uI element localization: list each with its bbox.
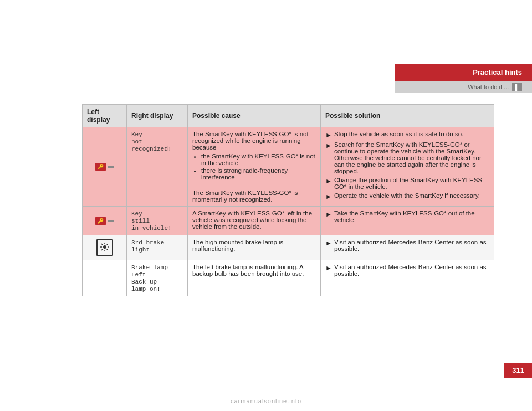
arrow-icon: ► <box>325 131 332 139</box>
solution-text: Visit an authorized Mercedes-Benz Center… <box>334 239 489 252</box>
cause-bullet-item: the SmartKey with KEYLESS-GO* is not in … <box>201 153 316 166</box>
solution-item: ► Visit an authorized Mercedes-Benz Cent… <box>325 264 489 277</box>
svg-line-5 <box>101 244 103 245</box>
cause-text: The SmartKey with KEYLESS-GO* is not rec… <box>192 131 309 151</box>
icon-cell: 🔑 <box>83 207 127 235</box>
table-row: 🔑 Keynot recognized!The SmartKey with KE… <box>83 127 494 207</box>
cause-cell: The left brake lamp is malfunctioning. A… <box>188 260 321 296</box>
svg-line-8 <box>101 249 103 251</box>
icon-cell <box>83 260 127 296</box>
solution-text: Search for the SmartKey with KEYLESS-GO*… <box>334 141 489 174</box>
main-table-wrapper: Left display Right display Possible caus… <box>82 104 494 296</box>
arrow-icon: ► <box>325 193 332 201</box>
header-left-display: Left display <box>83 105 127 127</box>
display-text: Left <box>131 271 146 278</box>
arrow-icon: ► <box>325 264 332 272</box>
right-display-cell: Brake lampLeftBack-uplamp on! <box>127 260 188 296</box>
solution-item: ► Operate the vehicle with the SmartKey … <box>325 192 489 201</box>
icon-cell: 🔑 <box>83 127 127 207</box>
solution-text: Visit an authorized Mercedes-Benz Center… <box>334 264 489 277</box>
solution-text: Take the SmartKey with KEYLESS-GO* out o… <box>334 210 489 223</box>
display-text: Key <box>131 131 142 138</box>
display-text: lamp on! <box>131 286 161 292</box>
table-row: Brake lampLeftBack-uplamp on!The left br… <box>83 260 494 296</box>
solution-cell: ► Visit an authorized Mercedes-Benz Cent… <box>321 260 494 296</box>
solution-item: ► Take the SmartKey with KEYLESS-GO* out… <box>325 210 489 223</box>
solution-item: ► Search for the SmartKey with KEYLESS-G… <box>325 141 489 174</box>
cause-bullets: the SmartKey with KEYLESS-GO* is not in … <box>192 153 316 181</box>
cause-bullet-item: there is strong radio-frequency interfer… <box>201 167 316 181</box>
cause-cell: The high mounted brake lamp is malfuncti… <box>188 235 321 260</box>
cause-text: The SmartKey with KEYLESS-GO* is momenta… <box>192 189 298 203</box>
page-number: 311 <box>504 363 532 378</box>
svg-line-6 <box>106 249 108 251</box>
arrow-icon: ► <box>325 177 332 185</box>
key-icon: 🔑 <box>95 217 114 225</box>
display-text: Key <box>131 210 142 217</box>
solution-text: Change the position of the SmartKey with… <box>334 177 489 190</box>
table-row: 3rd brake lightThe high mounted brake la… <box>83 235 494 260</box>
display-text: still <box>131 218 150 224</box>
header-right-display: Right display <box>127 105 188 127</box>
cause-text: The left brake lamp is malfunctioning. A… <box>192 264 304 277</box>
right-display-cell: Keynot recognized! <box>127 127 188 207</box>
arrow-icon: ► <box>325 142 332 150</box>
key-icon: 🔑 <box>95 163 114 171</box>
cause-cell: The SmartKey with KEYLESS-GO* is not rec… <box>188 127 321 207</box>
display-text: in vehicle! <box>131 225 172 232</box>
watermark: carmanualsonline.info <box>0 398 532 404</box>
display-text: Back-up <box>131 279 157 285</box>
svg-line-7 <box>106 244 108 245</box>
section-tab: Practical hints What to do if ... ▌ <box>395 64 532 93</box>
display-text: Brake lamp <box>131 264 168 271</box>
icon-cell <box>83 235 127 260</box>
arrow-icon: ► <box>325 210 332 218</box>
solution-cell: ► Take the SmartKey with KEYLESS-GO* out… <box>321 207 494 235</box>
solution-cell: ► Stop the vehicle as soon as it is safe… <box>321 127 494 207</box>
header-solution: Possible solution <box>321 105 494 127</box>
arrow-icon: ► <box>325 239 332 247</box>
section-subtitle: What to do if ... ▌ <box>395 81 532 93</box>
section-subtitle-text: What to do if ... <box>468 84 509 90</box>
header-cause: Possible cause <box>188 105 321 127</box>
section-page-ref: ▌ <box>512 83 522 91</box>
display-text: 3rd brake light <box>131 239 164 253</box>
cause-cell: A SmartKey with KEYLESS-GO* left in the … <box>188 207 321 235</box>
table-row: 🔑 Keystillin vehicle!A SmartKey with KEY… <box>83 207 494 235</box>
solution-text: Stop the vehicle as soon as it is safe t… <box>334 131 463 137</box>
solution-text: Operate the vehicle with the SmartKey if… <box>334 192 480 199</box>
display-text: not recognized! <box>131 138 172 152</box>
cause-text: A SmartKey with KEYLESS-GO* left in the … <box>192 210 312 230</box>
solution-item: ► Change the position of the SmartKey wi… <box>325 177 489 190</box>
table-header-row: Left display Right display Possible caus… <box>83 105 494 127</box>
section-title: Practical hints <box>395 64 532 81</box>
cause-text: The high mounted brake lamp is malfuncti… <box>192 239 283 252</box>
right-display-cell: Keystillin vehicle! <box>127 207 188 235</box>
svg-point-0 <box>103 245 106 249</box>
right-display-cell: 3rd brake light <box>127 235 188 260</box>
main-table: Left display Right display Possible caus… <box>82 104 494 296</box>
solution-item: ► Stop the vehicle as soon as it is safe… <box>325 131 489 139</box>
solution-cell: ► Visit an authorized Mercedes-Benz Cent… <box>321 235 494 260</box>
solution-item: ► Visit an authorized Mercedes-Benz Cent… <box>325 239 489 252</box>
brake-light-icon <box>96 239 113 256</box>
